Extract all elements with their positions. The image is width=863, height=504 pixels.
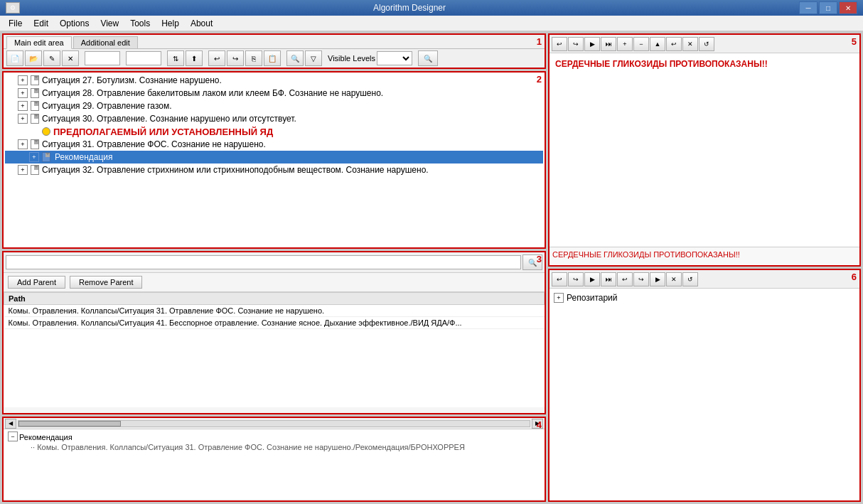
p6-btn-6[interactable]: ↪ xyxy=(633,272,649,286)
tree-expand-6[interactable]: + xyxy=(18,139,28,149)
toolbar-undo-btn[interactable]: ↩ xyxy=(208,50,225,66)
title-bar: ⚙ Algorithm Designer ─ □ ✕ xyxy=(0,0,863,16)
toolbar-search-btn[interactable]: 🔍 xyxy=(286,50,304,66)
menu-about[interactable]: About xyxy=(185,17,218,30)
table-cell: Комы. Отравления. Коллапсы/Ситуация 31. … xyxy=(4,305,545,317)
tree-expand-8[interactable]: + xyxy=(18,165,28,175)
tree-item[interactable]: + Ситуация 31. Отравление ФОС. Сознание … xyxy=(5,138,543,151)
doc-icon xyxy=(29,75,41,85)
table-row[interactable]: Комы. Отравления. Коллапсы/Ситуация 31. … xyxy=(4,305,545,317)
menu-help[interactable]: Help xyxy=(156,17,185,30)
maximize-button[interactable]: □ xyxy=(819,1,837,14)
r-tree-root[interactable]: + Репозитарий xyxy=(552,291,857,304)
doc-icon xyxy=(29,139,41,149)
r-tree-label: Репозитарий xyxy=(567,293,618,303)
menu-options[interactable]: Options xyxy=(54,17,95,30)
panel-3-number: 3 xyxy=(537,254,542,264)
visible-levels-select[interactable] xyxy=(377,51,412,65)
panel-6-content[interactable]: + Репозитарий xyxy=(550,289,859,500)
hscroll-thumb[interactable] xyxy=(18,421,121,427)
tree-expand-7[interactable]: + xyxy=(29,152,39,162)
doc-icon xyxy=(29,101,41,111)
toolbar-combo2[interactable] xyxy=(126,51,161,65)
right-panel: 5 ↩ ↪ ▶ ⏭ + − ▲ ↩ ✕ ↺ СЕРДЕЧНЫЕ ГЛИКОЗИД… xyxy=(548,33,861,502)
p6-btn-8[interactable]: ✕ xyxy=(666,272,682,286)
minimize-button[interactable]: ─ xyxy=(799,1,818,14)
menu-view[interactable]: View xyxy=(95,17,124,30)
p5-btn-4[interactable]: ⏭ xyxy=(601,37,616,51)
remove-parent-button[interactable]: Remove Parent xyxy=(70,276,142,289)
add-parent-button[interactable]: Add Parent xyxy=(8,276,65,289)
panel-3: 3 🔍 Add Parent Remove Parent Path xyxy=(2,251,546,414)
p6-btn-2[interactable]: ↪ xyxy=(568,272,584,286)
toolbar-sort-btn[interactable]: ⇅ xyxy=(167,50,184,66)
p5-btn-7[interactable]: ▲ xyxy=(650,37,665,51)
p6-btn-1[interactable]: ↩ xyxy=(552,272,567,286)
p6-btn-7[interactable]: ▶ xyxy=(650,272,665,286)
panel-6-toolbar: ↩ ↪ ▶ ⏭ ↩ ↪ ▶ ✕ ↺ xyxy=(550,270,859,289)
tree-expand-2[interactable]: + xyxy=(18,88,28,98)
p5-btn-2[interactable]: ↪ xyxy=(568,37,584,51)
tree-item[interactable]: + Ситуация 30. Отравление. Сознание нару… xyxy=(5,112,543,125)
toolbar-delete-btn[interactable]: ✕ xyxy=(62,50,79,66)
tree-item[interactable]: + Ситуация 28. Отравление бакелитовым ла… xyxy=(5,87,543,100)
panel-5-content: СЕРДЕЧНЫЕ ГЛИКОЗИДЫ ПРОТИВОПОКАЗАНЫ!! xyxy=(550,53,859,247)
p6-btn-3[interactable]: ▶ xyxy=(584,272,600,286)
toolbar-row: 📄 📂 ✎ ✕ ⇅ ⬆ ↩ ↪ ⎘ 📋 🔍 ▽ xyxy=(4,49,545,68)
menu-tools[interactable]: Tools xyxy=(124,17,156,30)
p5-btn-1[interactable]: ↩ xyxy=(552,37,567,51)
toolbar-up-btn[interactable]: ⬆ xyxy=(186,50,203,66)
p4-tree-root[interactable]: − Рекомендация xyxy=(8,431,540,443)
panel-2: 2 + Ситуация 27. Ботулизм. Сознание нару… xyxy=(2,71,546,249)
tree-expand-1[interactable]: + xyxy=(18,75,28,85)
table-row[interactable]: Комы. Отравления. Коллапсы/Ситуация 41. … xyxy=(4,317,545,329)
toolbar-filter-btn[interactable]: ▽ xyxy=(305,50,322,66)
tree-item[interactable]: + Ситуация 27. Ботулизм. Сознание наруше… xyxy=(5,74,543,87)
p5-btn-9[interactable]: ✕ xyxy=(682,37,698,51)
r-tree-expand[interactable]: + xyxy=(554,293,564,303)
panel-5-toolbar: ↩ ↪ ▶ ⏭ + − ▲ ↩ ✕ ↺ xyxy=(550,35,859,53)
tree-expand-3[interactable]: + xyxy=(18,101,28,111)
p4-expand[interactable]: − xyxy=(8,431,18,441)
p6-btn-4[interactable]: ⏭ xyxy=(601,272,616,286)
hscroll-track[interactable] xyxy=(18,420,530,427)
toolbar-open-btn[interactable]: 📂 xyxy=(25,50,42,66)
toolbar-paste-btn[interactable]: 📋 xyxy=(264,50,281,66)
toolbar-redo-btn[interactable]: ↪ xyxy=(227,50,244,66)
toolbar-search2-btn[interactable]: 🔍 xyxy=(418,50,438,66)
toolbar-copy-btn[interactable]: ⎘ xyxy=(245,50,262,66)
p5-btn-10[interactable]: ↺ xyxy=(699,37,714,51)
tree-label: Ситуация 31. Отравление ФОС. Сознание не… xyxy=(42,139,266,149)
tree-item[interactable]: + Ситуация 29. Отравление газом. xyxy=(5,100,543,112)
panel-4-content[interactable]: − Рекомендация ·· Комы. Отравления. Колл… xyxy=(4,429,545,499)
tree-item[interactable]: ПРЕДПОЛАГАЕМЫЙ ИЛИ УСТАНОВЛЕННЫЙ ЯД xyxy=(5,125,543,138)
p5-btn-5[interactable]: + xyxy=(617,37,633,51)
toolbar-edit-btn[interactable]: ✎ xyxy=(43,50,60,66)
tree-item-selected[interactable]: + Рекомендация xyxy=(5,151,543,163)
tree-label: Ситуация 30. Отравление. Сознание наруше… xyxy=(42,114,296,124)
toolbar-combo1[interactable] xyxy=(85,51,120,65)
close-button[interactable]: ✕ xyxy=(839,1,857,14)
hscroll-left[interactable]: ◀ xyxy=(5,419,16,429)
tree-expand-4[interactable]: + xyxy=(18,114,28,124)
p6-btn-5[interactable]: ↩ xyxy=(617,272,633,286)
menu-edit[interactable]: Edit xyxy=(28,17,54,30)
p5-btn-8[interactable]: ↩ xyxy=(666,37,682,51)
tree-item[interactable]: + Ситуация 32. Отравление стрихнином или… xyxy=(5,163,543,176)
doc-icon xyxy=(29,114,41,124)
p6-btn-9[interactable]: ↺ xyxy=(682,272,698,286)
menu-file[interactable]: File xyxy=(3,17,28,30)
panel-3-search[interactable] xyxy=(6,255,521,269)
p5-btn-3[interactable]: ▶ xyxy=(584,37,600,51)
tree-label: Ситуация 27. Ботулизм. Сознание нарушено… xyxy=(42,75,222,85)
table-container[interactable]: Path Комы. Отравления. Коллапсы/Ситуация… xyxy=(4,292,545,407)
tab-additional-edit[interactable]: Additional edit xyxy=(73,36,138,48)
toolbar-new-btn[interactable]: 📄 xyxy=(6,50,23,66)
panel-4-number: 4 xyxy=(537,419,542,430)
hscroll-bar[interactable]: ◀ ▶ xyxy=(4,418,545,429)
path-column-header: Path xyxy=(4,293,545,305)
tree-label: Ситуация 32. Отравление стрихнином или с… xyxy=(42,165,429,175)
tab-main-edit[interactable]: Main edit area xyxy=(6,36,72,49)
tree-container[interactable]: + Ситуация 27. Ботулизм. Сознание наруше… xyxy=(4,73,545,247)
p5-btn-6[interactable]: − xyxy=(633,37,649,51)
